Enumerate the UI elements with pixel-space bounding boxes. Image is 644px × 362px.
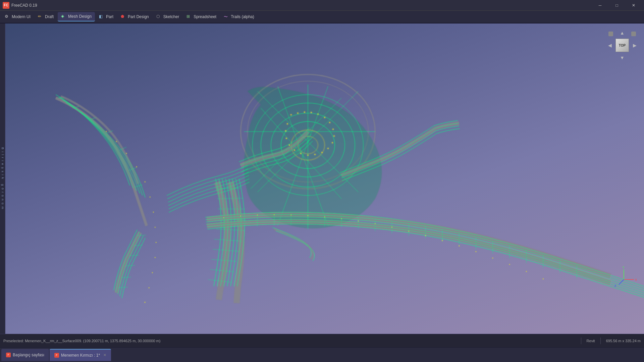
nav-corner-tl — [608, 32, 613, 36]
mesh-design-icon: ◈ — [61, 14, 66, 19]
toolbar-draft[interactable]: ✏ Draft — [35, 12, 57, 21]
svg-point-94 — [223, 217, 224, 218]
svg-point-32 — [289, 145, 290, 146]
svg-point-88 — [155, 227, 155, 228]
nav-up-arrow[interactable]: ▲ — [620, 30, 625, 36]
svg-point-17 — [297, 113, 298, 114]
toolbar-part-design[interactable]: ⬟ Part Design — [117, 12, 152, 21]
tab-menemen-label: Menemen Kırmızı : 1* — [61, 353, 100, 358]
svg-point-81 — [106, 131, 106, 132]
svg-point-27 — [321, 152, 322, 153]
svg-point-19 — [311, 112, 312, 113]
nav-down-arrow[interactable]: ▼ — [620, 55, 625, 60]
svg-point-30 — [300, 153, 301, 154]
toolbar-modern-ui-label: Modern UI — [12, 14, 31, 19]
tab-menemen-close[interactable]: ✕ — [103, 353, 106, 357]
svg-point-24 — [334, 136, 335, 137]
svg-point-85 — [145, 182, 145, 182]
nav-left-arrow[interactable]: ◀ — [607, 43, 612, 48]
part-design-icon: ⬟ — [121, 14, 126, 19]
svg-point-87 — [153, 212, 154, 213]
svg-point-100 — [324, 217, 325, 217]
svg-point-103 — [375, 223, 375, 224]
modern-ui-icon: ⚙ — [5, 14, 10, 19]
svg-point-89 — [156, 242, 156, 243]
toolbar-part-label: Part — [106, 14, 113, 19]
svg-point-93 — [145, 302, 145, 303]
navigation-cube[interactable]: ▲ ▼ ◀ ▶ TOP — [607, 30, 637, 60]
svg-line-78 — [125, 265, 135, 266]
svg-point-99 — [308, 215, 308, 216]
svg-point-86 — [150, 197, 150, 197]
tab-menemen-icon: F — [54, 353, 59, 358]
status-divider-2 — [600, 338, 601, 344]
svg-point-22 — [329, 122, 330, 123]
svg-point-28 — [314, 154, 315, 155]
toolbar-mesh-design[interactable]: ◈ Mesh Design — [58, 12, 95, 21]
tab-menemen[interactable]: F Menemen Kırmızı : 1* ✕ — [50, 349, 111, 361]
tab-start-icon: F — [6, 353, 11, 357]
minimize-button[interactable]: ─ — [592, 0, 608, 11]
svg-point-90 — [155, 257, 155, 258]
svg-point-34 — [285, 131, 286, 132]
toolbar-spreadsheet[interactable]: ⊞ Spreadsheet — [183, 12, 220, 21]
svg-point-97 — [274, 214, 274, 215]
svg-point-83 — [126, 153, 127, 154]
close-button[interactable]: ✕ — [626, 0, 641, 11]
svg-point-33 — [286, 138, 287, 139]
sidebar-text: B i l r i e ş s i k g ö r ü n ü m — [1, 147, 4, 210]
svg-point-105 — [408, 231, 409, 231]
left-sidebar: B i l r i e ş s i k g ö r ü n ü m — [0, 23, 5, 334]
main-layout: B i l r i e ş s i k g ö r ü n ü m — [0, 23, 644, 334]
svg-point-98 — [291, 215, 291, 215]
svg-point-96 — [257, 215, 258, 215]
svg-point-26 — [328, 148, 329, 149]
svg-point-104 — [391, 227, 392, 227]
titlebar: FC FreeCAD 0.19 ─ □ ✕ — [0, 0, 644, 11]
status-divider — [581, 338, 581, 344]
svg-point-29 — [307, 155, 308, 156]
svg-point-21 — [324, 117, 325, 118]
status-coords: 695.56 m x 335.24 m — [606, 339, 641, 343]
svg-text:X: X — [635, 278, 637, 281]
svg-point-110 — [492, 258, 493, 258]
tab-start-label: Başlangıç sayfası — [13, 353, 44, 357]
svg-point-82 — [116, 141, 116, 142]
toolbar-part-design-label: Part Design — [128, 14, 149, 19]
svg-point-92 — [149, 288, 149, 288]
svg-point-84 — [136, 166, 137, 167]
statusbar-right: Revit 695.56 m x 335.24 m — [581, 338, 641, 344]
svg-point-111 — [509, 264, 510, 265]
status-revit: Revit — [587, 339, 595, 343]
toolbar-sketcher-label: Sketcher — [163, 14, 179, 19]
spreadsheet-icon: ⊞ — [186, 14, 192, 19]
toolbar-modern-ui[interactable]: ⚙ Modern UI — [1, 12, 34, 21]
sketcher-icon: ⬡ — [156, 14, 162, 19]
svg-point-16 — [290, 114, 291, 115]
app-icon: FC — [3, 2, 9, 9]
maximize-button[interactable]: □ — [609, 0, 625, 11]
svg-point-31 — [294, 150, 295, 151]
svg-text:Z: Z — [614, 284, 616, 288]
toolbar-part[interactable]: ◧ Part — [96, 12, 117, 21]
viewport-3d[interactable]: X Y Z ▲ ▼ ◀ ▶ TOP — [5, 23, 644, 334]
svg-point-18 — [304, 112, 305, 113]
toolbar-mesh-design-label: Mesh Design — [68, 14, 92, 19]
window-title: FreeCAD 0.19 — [11, 3, 592, 8]
svg-point-102 — [358, 221, 359, 221]
mesh-visualization: X Y Z — [5, 23, 644, 334]
nav-right-arrow[interactable]: ▶ — [632, 43, 637, 48]
window-controls: ─ □ ✕ — [592, 0, 641, 11]
nav-cube-face[interactable]: TOP — [615, 39, 629, 52]
svg-point-35 — [287, 123, 288, 124]
toolbar-sketcher[interactable]: ⬡ Sketcher — [153, 12, 182, 21]
toolbar: ⚙ Modern UI ✏ Draft ◈ Mesh Design ◧ Part… — [0, 11, 644, 23]
tab-start[interactable]: F Başlangıç sayfası — [1, 349, 49, 361]
toolbar-trails[interactable]: 〜 Trails (alpha) — [220, 12, 258, 21]
svg-point-101 — [341, 218, 342, 219]
svg-point-91 — [152, 272, 153, 273]
svg-line-79 — [121, 277, 131, 278]
statusbar-message: Preselected: Menemen_K__rm_z__Surface009… — [3, 339, 160, 343]
svg-point-95 — [240, 216, 241, 216]
svg-point-113 — [543, 278, 543, 279]
